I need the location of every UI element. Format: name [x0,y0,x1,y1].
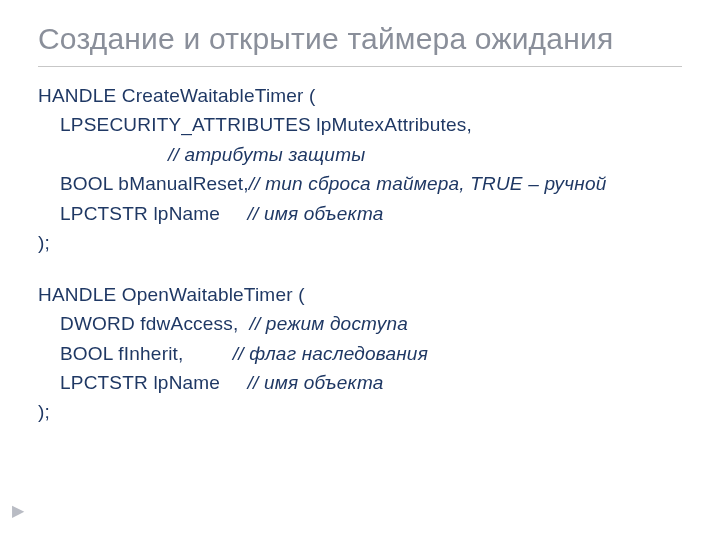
func2-param3-code: LPCTSTR lpName [60,372,220,393]
func1-param2-code: BOOL bManualReset, [60,173,249,194]
func2-param3: LPCTSTR lpName // имя объекта [38,368,682,397]
func2-param1-comment: // режим доступа [249,313,408,334]
func1-param3: LPCTSTR lpName // имя объекта [38,199,682,228]
slide: Создание и открытие таймера ожидания HAN… [0,0,720,540]
func2-param2-comment: // флаг наследования [233,343,428,364]
func1-param3-code: LPCTSTR lpName [60,203,220,224]
func2-signature: HANDLE OpenWaitableTimer ( [38,280,682,309]
func2-param3-comment: // имя объекта [248,372,384,393]
play-icon: ▶ [12,501,24,520]
func2-param1-code: DWORD fdwAccess, [60,313,238,334]
func1-close: ); [38,228,682,257]
slide-title: Создание и открытие таймера ожидания [38,22,682,67]
func2-param1: DWORD fdwAccess, // режим доступа [38,309,682,338]
spacer [38,258,682,280]
func2-param2-code: BOOL fInherit, [60,343,184,364]
func2-close: ); [38,397,682,426]
func2-param2: BOOL fInherit, // флаг наследования [38,339,682,368]
code-block: HANDLE CreateWaitableTimer ( LPSECURITY_… [38,81,682,427]
func1-param2: BOOL bManualReset,// тип сброса таймера,… [38,169,682,198]
func1-param1: LPSECURITY_ATTRIBUTES lpMutexAttributes, [38,110,682,139]
func1-param2-comment: // тип сброса таймера, TRUE – ручной [249,173,607,194]
func1-signature: HANDLE CreateWaitableTimer ( [38,81,682,110]
func1-param3-comment: // имя объекта [248,203,384,224]
func1-param1-comment: // атрибуты защиты [38,140,682,169]
